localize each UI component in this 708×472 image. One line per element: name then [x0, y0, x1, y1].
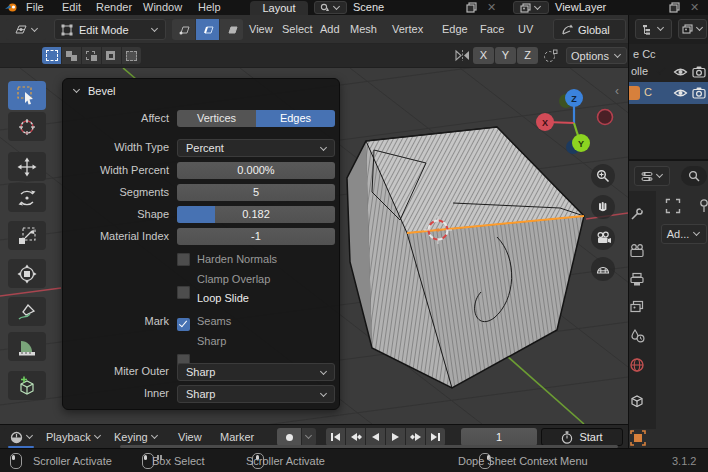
mirror-x-button[interactable]: X	[473, 47, 494, 64]
proportional-edit-icon[interactable]	[543, 49, 558, 63]
bevel-panel-header[interactable]: Bevel	[73, 85, 116, 97]
frame-icon[interactable]	[665, 198, 681, 214]
scene-type-dropdown[interactable]	[314, 1, 347, 14]
width-percent-field[interactable]: 0.000%	[177, 162, 335, 179]
tab-view-layer[interactable]	[629, 300, 656, 326]
menu-select[interactable]: Select	[276, 15, 319, 44]
menu-render[interactable]: Render	[96, 0, 132, 15]
outliner-type-dropdown[interactable]	[635, 19, 672, 39]
play-reverse-button[interactable]	[366, 428, 385, 446]
jump-to-end-button[interactable]	[426, 428, 445, 446]
menu-view[interactable]: View	[243, 15, 279, 44]
affect-vertices-button[interactable]: Vertices	[177, 110, 256, 127]
face-select-button[interactable]	[220, 19, 243, 40]
edge-select-button[interactable]	[196, 19, 219, 40]
playback-menu[interactable]: Playback	[46, 425, 102, 449]
cube-mesh[interactable]	[347, 127, 584, 388]
tool-select-box[interactable]	[8, 81, 46, 110]
object-row-selected[interactable]: C	[629, 82, 708, 104]
scene-collection-row[interactable]: e Cc	[633, 48, 656, 60]
harden-normals-checkbox[interactable]	[177, 253, 190, 266]
tool-measure[interactable]	[8, 332, 46, 361]
collection-row[interactable]: olle	[629, 64, 708, 81]
timeline-editor-dropdown[interactable]	[4, 428, 40, 446]
scene-name[interactable]: Scene	[353, 0, 384, 15]
tab-output[interactable]	[629, 272, 656, 298]
menu-edge[interactable]: Edge	[436, 15, 474, 44]
tool-cursor[interactable]	[8, 112, 46, 141]
vertex-select-button[interactable]	[172, 19, 195, 40]
menu-edit[interactable]: Edit	[62, 0, 81, 15]
mirror-y-button[interactable]: Y	[495, 47, 516, 64]
transform-orientation-dropdown[interactable]: Global	[553, 19, 626, 40]
menu-add[interactable]: Add	[314, 15, 346, 44]
tool-scale[interactable]	[8, 221, 46, 250]
tab-object-data[interactable]	[629, 393, 656, 419]
new-scene-icon[interactable]	[466, 2, 477, 13]
outliner-filter-dropdown[interactable]	[678, 19, 707, 39]
width-type-dropdown[interactable]: Percent	[177, 139, 335, 157]
auto-keying-button[interactable]	[277, 428, 301, 446]
select-mode-subtract-button[interactable]	[82, 47, 101, 64]
viewlayer-type-dropdown[interactable]	[513, 1, 549, 14]
segments-field[interactable]: 5	[177, 184, 335, 201]
next-keyframe-button[interactable]	[406, 428, 425, 446]
camera-restrict-icon[interactable]	[692, 87, 706, 99]
workspace-tab-layout[interactable]: Layout	[250, 1, 308, 15]
zoom-button[interactable]	[591, 164, 615, 188]
miter-outer-dropdown[interactable]: Sharp	[177, 363, 335, 381]
tool-annotate[interactable]	[8, 297, 46, 326]
select-mode-invert-button[interactable]	[102, 47, 121, 64]
camera-view-button[interactable]	[591, 226, 615, 250]
menu-face[interactable]: Face	[474, 15, 510, 44]
eye-icon[interactable]	[673, 66, 688, 78]
mirror-z-button[interactable]: Z	[517, 47, 538, 64]
tab-scene[interactable]	[629, 328, 656, 354]
navigation-gizmo[interactable]: Z X Y	[536, 89, 613, 154]
mode-dropdown[interactable]: Edit Mode	[54, 19, 166, 40]
play-button[interactable]	[386, 428, 405, 446]
menu-file[interactable]: File	[26, 0, 44, 15]
menu-uv[interactable]: UV	[512, 15, 539, 44]
shape-slider[interactable]: 0.182	[177, 206, 335, 223]
properties-type-dropdown[interactable]	[634, 166, 670, 186]
tool-move[interactable]	[8, 152, 46, 181]
affect-edges-button[interactable]: Edges	[256, 110, 335, 127]
remove-viewlayer-icon[interactable]: ✕	[690, 0, 699, 15]
select-mode-extend-button[interactable]	[62, 47, 81, 64]
tool-add-cube[interactable]	[8, 371, 46, 400]
current-frame-field[interactable]: 1	[461, 428, 537, 446]
menu-vertex[interactable]: Vertex	[386, 15, 429, 44]
select-mode-new-button[interactable]	[42, 47, 61, 64]
perspective-toggle-button[interactable]	[591, 257, 615, 281]
clamp-overlap-checkbox[interactable]	[177, 286, 190, 299]
frame-start-field[interactable]: Start	[541, 428, 623, 446]
tab-world[interactable]	[629, 357, 656, 383]
new-viewlayer-icon[interactable]	[669, 2, 680, 13]
mirror-icon[interactable]	[455, 49, 470, 62]
camera-restrict-icon[interactable]	[692, 66, 706, 78]
tool-transform[interactable]	[8, 259, 46, 288]
menu-help[interactable]: Help	[198, 0, 221, 15]
unlink-scene-icon[interactable]: ✕	[487, 0, 496, 15]
gizmo-axis-x-neg[interactable]	[598, 110, 613, 125]
jump-to-start-button[interactable]	[326, 428, 345, 446]
options-dropdown[interactable]: Options	[566, 47, 627, 64]
select-mode-intersect-button[interactable]	[122, 47, 141, 64]
miter-inner-dropdown[interactable]: Sharp	[177, 385, 335, 403]
menu-window[interactable]: Window	[143, 0, 182, 15]
tab-render[interactable]	[629, 243, 656, 269]
properties-search[interactable]	[681, 166, 707, 186]
editor-type-button[interactable]	[6, 19, 46, 40]
pan-button[interactable]	[591, 195, 615, 219]
loop-slide-checkbox[interactable]	[177, 318, 190, 331]
add-modifier-dropdown[interactable]: Ad...	[661, 224, 707, 244]
auto-keying-options[interactable]	[302, 428, 316, 446]
menu-mesh[interactable]: Mesh	[344, 15, 383, 44]
tool-rotate[interactable]	[8, 183, 46, 212]
tab-tool[interactable]	[629, 206, 656, 232]
viewlayer-name[interactable]: ViewLayer	[555, 0, 606, 15]
pin-icon[interactable]	[697, 198, 708, 214]
eye-icon[interactable]	[673, 87, 688, 99]
sidebar-collapse-arrow[interactable]: ‹	[615, 84, 619, 98]
